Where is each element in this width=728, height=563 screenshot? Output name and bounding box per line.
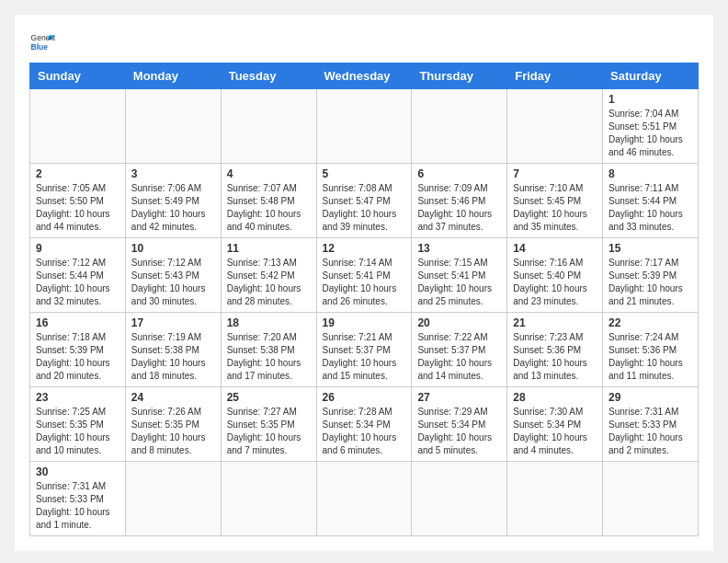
empty-cell [412, 462, 507, 536]
day-number: 12 [323, 242, 406, 255]
day-number: 13 [417, 242, 501, 255]
day-info: Sunrise: 7:13 AMSunset: 5:42 PMDaylight:… [227, 257, 311, 308]
generalblue-logo-icon: General Blue [29, 29, 55, 55]
week-row-2: 2Sunrise: 7:05 AMSunset: 5:50 PMDaylight… [30, 164, 699, 238]
day-number: 20 [417, 316, 501, 329]
day-number: 8 [609, 167, 692, 180]
day-number: 16 [36, 316, 119, 329]
day-header-saturday: Saturday [603, 63, 699, 89]
empty-cell [412, 89, 507, 164]
day-number: 17 [131, 316, 215, 329]
day-number: 25 [227, 391, 311, 404]
day-header-wednesday: Wednesday [316, 63, 412, 89]
day-number: 2 [36, 167, 119, 180]
day-cell-10: 10Sunrise: 7:12 AMSunset: 5:43 PMDayligh… [125, 238, 221, 313]
day-info: Sunrise: 7:28 AMSunset: 5:34 PMDaylight:… [323, 406, 406, 457]
day-cell-28: 28Sunrise: 7:30 AMSunset: 5:34 PMDayligh… [507, 387, 603, 462]
day-number: 21 [513, 316, 597, 329]
day-info: Sunrise: 7:12 AMSunset: 5:43 PMDaylight:… [131, 257, 215, 308]
day-cell-20: 20Sunrise: 7:22 AMSunset: 5:37 PMDayligh… [412, 313, 507, 387]
day-number: 14 [513, 242, 597, 255]
empty-cell [221, 89, 316, 164]
day-info: Sunrise: 7:12 AMSunset: 5:44 PMDaylight:… [36, 257, 119, 308]
day-header-sunday: Sunday [30, 63, 126, 89]
day-info: Sunrise: 7:10 AMSunset: 5:45 PMDaylight:… [513, 182, 597, 234]
day-cell-12: 12Sunrise: 7:14 AMSunset: 5:41 PMDayligh… [316, 238, 412, 313]
day-info: Sunrise: 7:21 AMSunset: 5:37 PMDaylight:… [323, 331, 406, 383]
day-number: 27 [417, 391, 501, 404]
day-info: Sunrise: 7:23 AMSunset: 5:36 PMDaylight:… [513, 331, 597, 383]
day-number: 4 [227, 167, 311, 180]
day-info: Sunrise: 7:11 AMSunset: 5:44 PMDaylight:… [609, 182, 692, 234]
day-cell-15: 15Sunrise: 7:17 AMSunset: 5:39 PMDayligh… [603, 238, 699, 313]
day-info: Sunrise: 7:07 AMSunset: 5:48 PMDaylight:… [227, 182, 311, 234]
day-number: 30 [36, 465, 119, 478]
day-number: 29 [609, 391, 692, 404]
day-cell-9: 9Sunrise: 7:12 AMSunset: 5:44 PMDaylight… [30, 238, 126, 313]
day-cell-3: 3Sunrise: 7:06 AMSunset: 5:49 PMDaylight… [125, 164, 221, 238]
day-cell-17: 17Sunrise: 7:19 AMSunset: 5:38 PMDayligh… [125, 313, 221, 387]
empty-cell [125, 89, 221, 164]
day-number: 15 [609, 242, 692, 255]
week-row-3: 9Sunrise: 7:12 AMSunset: 5:44 PMDaylight… [30, 238, 699, 313]
day-number: 1 [609, 93, 692, 106]
day-info: Sunrise: 7:27 AMSunset: 5:35 PMDaylight:… [227, 406, 311, 457]
day-info: Sunrise: 7:18 AMSunset: 5:39 PMDaylight:… [36, 331, 119, 383]
day-cell-14: 14Sunrise: 7:16 AMSunset: 5:40 PMDayligh… [507, 238, 603, 313]
empty-cell [221, 462, 316, 536]
day-info: Sunrise: 7:04 AMSunset: 5:51 PMDaylight:… [609, 108, 692, 159]
header: General Blue [29, 29, 699, 55]
day-number: 10 [131, 242, 215, 255]
week-row-6: 30Sunrise: 7:31 AMSunset: 5:33 PMDayligh… [30, 462, 699, 536]
day-number: 6 [417, 167, 501, 180]
day-number: 28 [513, 391, 597, 404]
day-cell-1: 1Sunrise: 7:04 AMSunset: 5:51 PMDaylight… [603, 89, 699, 164]
day-cell-2: 2Sunrise: 7:05 AMSunset: 5:50 PMDaylight… [30, 164, 126, 238]
day-cell-13: 13Sunrise: 7:15 AMSunset: 5:41 PMDayligh… [412, 238, 507, 313]
days-header-row: SundayMondayTuesdayWednesdayThursdayFrid… [30, 63, 699, 89]
day-info: Sunrise: 7:31 AMSunset: 5:33 PMDaylight:… [609, 406, 692, 457]
day-info: Sunrise: 7:26 AMSunset: 5:35 PMDaylight:… [131, 406, 215, 457]
calendar-table: SundayMondayTuesdayWednesdayThursdayFrid… [29, 63, 699, 536]
day-info: Sunrise: 7:20 AMSunset: 5:38 PMDaylight:… [227, 331, 311, 383]
day-number: 3 [131, 167, 215, 180]
day-cell-11: 11Sunrise: 7:13 AMSunset: 5:42 PMDayligh… [221, 238, 316, 313]
day-info: Sunrise: 7:15 AMSunset: 5:41 PMDaylight:… [417, 257, 501, 308]
day-cell-4: 4Sunrise: 7:07 AMSunset: 5:48 PMDaylight… [221, 164, 316, 238]
day-cell-5: 5Sunrise: 7:08 AMSunset: 5:47 PMDaylight… [316, 164, 412, 238]
day-info: Sunrise: 7:14 AMSunset: 5:41 PMDaylight:… [323, 257, 406, 308]
empty-cell [603, 462, 699, 536]
day-info: Sunrise: 7:08 AMSunset: 5:47 PMDaylight:… [323, 182, 406, 234]
week-row-5: 23Sunrise: 7:25 AMSunset: 5:35 PMDayligh… [30, 387, 699, 462]
day-cell-16: 16Sunrise: 7:18 AMSunset: 5:39 PMDayligh… [30, 313, 126, 387]
day-cell-19: 19Sunrise: 7:21 AMSunset: 5:37 PMDayligh… [316, 313, 412, 387]
day-cell-24: 24Sunrise: 7:26 AMSunset: 5:35 PMDayligh… [125, 387, 221, 462]
day-info: Sunrise: 7:29 AMSunset: 5:34 PMDaylight:… [417, 406, 501, 457]
day-cell-6: 6Sunrise: 7:09 AMSunset: 5:46 PMDaylight… [412, 164, 507, 238]
day-cell-8: 8Sunrise: 7:11 AMSunset: 5:44 PMDaylight… [603, 164, 699, 238]
day-info: Sunrise: 7:06 AMSunset: 5:49 PMDaylight:… [131, 182, 215, 234]
day-info: Sunrise: 7:19 AMSunset: 5:38 PMDaylight:… [131, 331, 215, 383]
day-number: 9 [36, 242, 119, 255]
week-row-4: 16Sunrise: 7:18 AMSunset: 5:39 PMDayligh… [30, 313, 699, 387]
svg-text:Blue: Blue [31, 42, 49, 52]
day-number: 24 [131, 391, 215, 404]
day-info: Sunrise: 7:30 AMSunset: 5:34 PMDaylight:… [513, 406, 597, 457]
day-info: Sunrise: 7:22 AMSunset: 5:37 PMDaylight:… [417, 331, 501, 383]
day-info: Sunrise: 7:31 AMSunset: 5:33 PMDaylight:… [36, 480, 119, 532]
day-cell-18: 18Sunrise: 7:20 AMSunset: 5:38 PMDayligh… [221, 313, 316, 387]
day-info: Sunrise: 7:24 AMSunset: 5:36 PMDaylight:… [609, 331, 692, 383]
day-number: 5 [323, 167, 406, 180]
calendar-page: General Blue SundayMondayTuesdayWednesda… [15, 15, 713, 551]
day-number: 23 [36, 391, 119, 404]
empty-cell [507, 89, 603, 164]
day-cell-26: 26Sunrise: 7:28 AMSunset: 5:34 PMDayligh… [316, 387, 412, 462]
empty-cell [125, 462, 221, 536]
day-info: Sunrise: 7:16 AMSunset: 5:40 PMDaylight:… [513, 257, 597, 308]
logo: General Blue [29, 29, 55, 55]
day-header-monday: Monday [125, 63, 221, 89]
day-number: 19 [323, 316, 406, 329]
day-header-friday: Friday [507, 63, 603, 89]
day-number: 22 [609, 316, 692, 329]
empty-cell [316, 89, 412, 164]
